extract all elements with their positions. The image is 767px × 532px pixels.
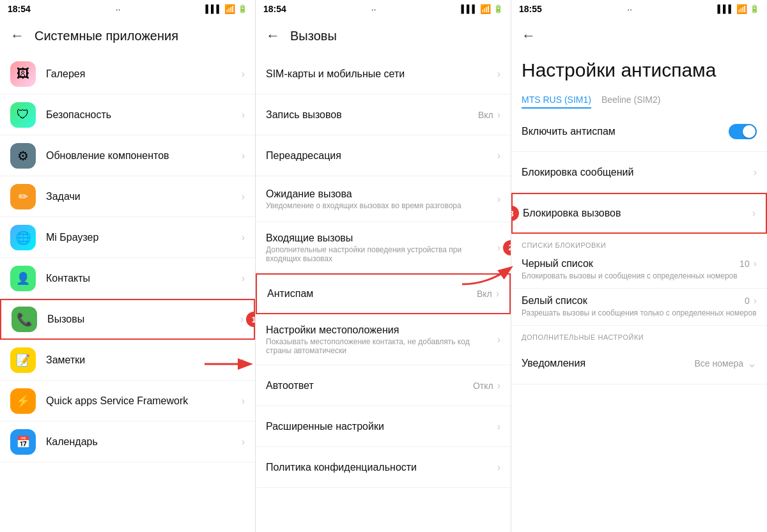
waiting-subtitle: Уведомление о входящих вызовах во время …	[266, 201, 497, 210]
calendar-icon: 📅	[10, 429, 36, 455]
waiting-label: Ожидание вызова	[266, 188, 497, 200]
autoanswer-label: Автоответ	[266, 380, 473, 391]
whitelist-count: 0	[745, 296, 750, 306]
gallery-icon: 🖼	[10, 61, 36, 87]
update-icon: ⚙	[10, 143, 36, 169]
back-button-middle[interactable]: ←	[266, 27, 280, 44]
list-item-autoanswer[interactable]: Автоответ Откл ›	[256, 365, 511, 406]
list-item-whitelist[interactable]: Белый список 0 › Разрешать вызовы и сооб…	[511, 289, 767, 326]
incoming-chevron: ›	[497, 242, 500, 254]
privacy-label: Политика конфиденциальности	[266, 462, 497, 473]
time-right: 18:55	[519, 4, 542, 14]
status-bar-middle: 18:54 ·· ▌▌▌ 📶 🔋	[256, 0, 511, 18]
signal-icon-left: ▌▌▌	[205, 4, 222, 13]
browser-icon: 🌐	[10, 225, 36, 250]
sim-tab-1[interactable]: MTS RUS (SIM1)	[522, 95, 591, 109]
browser-chevron: ›	[242, 232, 245, 243]
list-item-block-calls[interactable]: Блокировка вызовов › 3	[511, 193, 767, 234]
wifi-icon-right: 📶	[736, 4, 747, 14]
section-blocklist: СПИСКИ БЛОКИРОВКИ	[511, 234, 767, 252]
calls-icon: 📞	[12, 307, 37, 332]
waiting-text: Ожидание вызова Уведомление о входящих в…	[266, 188, 497, 210]
list-item-forward[interactable]: Переадресация ›	[256, 135, 511, 176]
whitelist-subtitle: Разрешать вызовы и сообщения только с оп…	[522, 308, 757, 319]
block-calls-label: Блокировка вызовов	[523, 208, 752, 219]
middle-list: SIM-карты и мобильные сети › Запись вызо…	[256, 54, 511, 532]
list-item-notifications[interactable]: Уведомления Все номера ⌄	[511, 344, 767, 384]
list-item-notes[interactable]: 📝 Заметки ›	[0, 340, 255, 381]
location-text: Настройки местоположения Показывать мест…	[266, 324, 497, 355]
notes-icon: 📝	[10, 347, 36, 373]
location-subtitle: Показывать местоположение контакта, не д…	[266, 337, 497, 355]
list-item-security[interactable]: 🛡 Безопасность ›	[0, 95, 255, 135]
block-messages-label: Блокировка сообщений	[522, 167, 754, 178]
list-item-calendar[interactable]: 📅 Календарь ›	[0, 422, 255, 462]
antispam-toggle[interactable]	[729, 124, 757, 139]
list-item-location[interactable]: Настройки местоположения Показывать мест…	[256, 314, 511, 365]
signal-icon-middle: ▌▌▌	[461, 4, 477, 13]
list-item-block-messages[interactable]: Блокировка сообщений ›	[511, 152, 767, 193]
calls-label: Вызовы	[47, 314, 240, 325]
list-item-contacts[interactable]: 👤 Контакты ›	[0, 258, 255, 299]
right-header: ←	[511, 18, 767, 54]
security-label: Безопасность	[46, 109, 242, 121]
blacklist-count: 10	[740, 259, 750, 269]
location-chevron: ›	[497, 334, 500, 346]
list-item-blacklist[interactable]: Черный список 10 › Блокировать вызовы и …	[511, 252, 767, 289]
incoming-text: Входящие вызовы Дополнительные настройки…	[266, 232, 497, 263]
list-item-browser[interactable]: 🌐 Mi Браузер ›	[0, 217, 255, 258]
dots-right: ··	[628, 4, 632, 14]
tasks-label: Задачи	[46, 191, 242, 202]
block-calls-chevron: ›	[752, 208, 755, 219]
advanced-label: Расширенные настройки	[266, 421, 497, 432]
status-icons-middle: ▌▌▌ 📶 🔋	[461, 4, 503, 14]
security-icon: 🛡	[10, 102, 36, 128]
sim-tabs: MTS RUS (SIM1) Beeline (SIM2)	[511, 89, 767, 111]
sim-chevron: ›	[497, 68, 500, 80]
list-item-privacy[interactable]: Политика конфиденциальности ›	[256, 447, 511, 488]
quickapps-icon: ⚡	[10, 388, 36, 414]
list-item-advanced[interactable]: Расширенные настройки ›	[256, 406, 511, 447]
sim-tab-2[interactable]: Beeline (SIM2)	[601, 95, 661, 109]
status-bar-right: 18:55 ·· ▌▌▌ 📶 🔋	[511, 0, 767, 18]
right-content: Настройки антиспама MTS RUS (SIM1) Beeli…	[511, 54, 767, 532]
gallery-chevron: ›	[242, 68, 245, 80]
list-item-calls[interactable]: 📞 Вызовы › 1	[0, 299, 255, 340]
toggle-antispam-label: Включить антиспам	[522, 126, 729, 137]
list-item-waiting[interactable]: Ожидание вызова Уведомление о входящих в…	[256, 176, 511, 222]
antispam-value: Вкл	[477, 289, 492, 299]
list-item-record[interactable]: Запись вызовов Вкл ›	[256, 95, 511, 135]
list-item-tasks[interactable]: ✏ Задачи ›	[0, 176, 255, 217]
privacy-chevron: ›	[497, 462, 500, 473]
incoming-label: Входящие вызовы	[266, 232, 497, 244]
middle-panel: 18:54 ·· ▌▌▌ 📶 🔋 ← Вызовы SIM-карты и мо…	[256, 0, 511, 532]
list-item-update[interactable]: ⚙ Обновление компонентов ›	[0, 135, 255, 176]
sim-label: SIM-карты и мобильные сети	[266, 68, 497, 80]
antispam-chevron: ›	[496, 288, 499, 300]
list-item-antispam[interactable]: Антиспам Вкл ›	[256, 273, 511, 314]
autoanswer-chevron: ›	[497, 380, 500, 391]
back-button-left[interactable]: ←	[10, 27, 24, 44]
badge-3: 3	[511, 206, 519, 221]
advanced-chevron: ›	[497, 421, 500, 432]
notifications-value: Все номера	[694, 358, 743, 369]
whitelist-chevron: ›	[754, 295, 757, 307]
blacklist-row: Черный список 10 ›	[522, 258, 757, 270]
location-label: Настройки местоположения	[266, 324, 497, 336]
whitelist-title: Белый список	[522, 295, 587, 307]
list-item-sim[interactable]: SIM-карты и мобильные сети ›	[256, 54, 511, 95]
list-item-quickapps[interactable]: ⚡ Quick apps Service Framework ›	[0, 381, 255, 422]
update-label: Обновление компонентов	[46, 150, 242, 162]
right-panel: 18:55 ·· ▌▌▌ 📶 🔋 ← Настройки антиспама M…	[511, 0, 767, 532]
list-item-gallery[interactable]: 🖼 Галерея ›	[0, 54, 255, 95]
wifi-icon-left: 📶	[224, 4, 235, 14]
gallery-label: Галерея	[46, 68, 242, 80]
record-value: Вкл	[478, 110, 493, 120]
forward-chevron: ›	[497, 150, 500, 162]
record-chevron: ›	[497, 109, 500, 121]
middle-title: Вызовы	[290, 29, 337, 43]
antispam-label: Антиспам	[267, 288, 477, 300]
back-button-right[interactable]: ←	[522, 27, 536, 44]
list-item-incoming[interactable]: Входящие вызовы Дополнительные настройки…	[256, 222, 511, 273]
left-list: 🖼 Галерея › 🛡 Безопасность › ⚙ Обновлени…	[0, 54, 255, 532]
